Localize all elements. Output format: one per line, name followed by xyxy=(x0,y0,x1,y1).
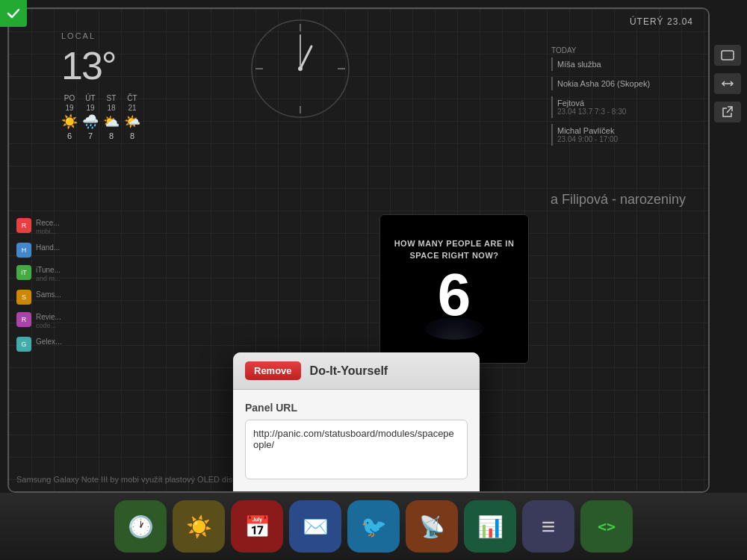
diy-modal: Remove Do-It-Yourself Panel URL http://p… xyxy=(233,352,480,493)
remove-button[interactable]: Remove xyxy=(245,361,301,380)
main-screen: LOCAL 13° PO 19 ☀️ 6 ÚT 19 🌧️ 7 ST 18 ⛅ … xyxy=(7,7,710,493)
charts-app-icon[interactable]: 📊 xyxy=(464,500,516,553)
svg-line-10 xyxy=(727,107,732,113)
clock-app-icon[interactable]: 🕐 xyxy=(114,500,167,553)
modal-body: Panel URL http://panic.com/statusboard/m… xyxy=(233,390,480,493)
share-button[interactable] xyxy=(714,102,741,122)
panel-url-label: Panel URL xyxy=(245,402,468,414)
svg-rect-8 xyxy=(722,51,734,60)
modal-header: Remove Do-It-Yourself xyxy=(233,352,480,390)
list-app-icon[interactable]: ≡ xyxy=(522,500,574,553)
rss-app-icon[interactable]: 📡 xyxy=(406,500,458,553)
brightness-app-icon[interactable]: ☀️ xyxy=(173,500,225,553)
panel-url-input[interactable]: http://panic.com/statusboard/modules/spa… xyxy=(245,420,468,479)
modal-title: Do-It-Yourself xyxy=(310,364,388,378)
mail-app-icon[interactable]: ✉️ xyxy=(289,500,341,553)
screen-button[interactable] xyxy=(714,45,741,66)
modal-overlay: Remove Do-It-Yourself Panel URL http://p… xyxy=(9,9,708,491)
checkmark-button[interactable] xyxy=(0,0,27,27)
resize-button[interactable] xyxy=(714,73,741,94)
twitter-app-icon[interactable]: 🐦 xyxy=(347,500,400,553)
right-buttons-panel xyxy=(714,45,741,122)
code-app-icon[interactable]: <> xyxy=(580,500,633,553)
calendar-app-icon[interactable]: 📅 xyxy=(231,500,283,553)
dock: 🕐 ☀️ 📅 ✉️ 🐦 📡 📊 ≡ <> xyxy=(0,493,747,560)
